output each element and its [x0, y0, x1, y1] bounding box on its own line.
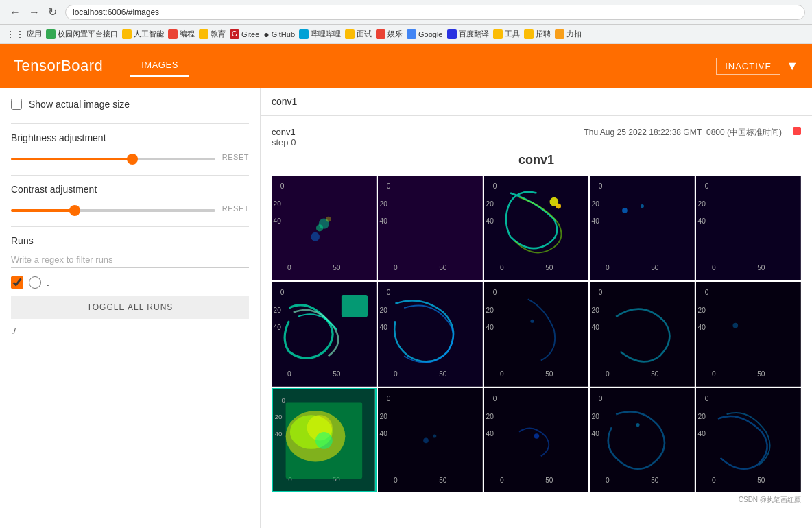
svg-text:0: 0 [500, 476, 504, 483]
conv-image-7: 0 20 40 0 50 [484, 282, 589, 387]
svg-text:40: 40 [698, 217, 706, 225]
image-timestamp: Thu Aug 25 2022 18:22:38 GMT+0800 (中国标准时… [584, 127, 782, 139]
bookmark-jobs[interactable]: 招聘 [524, 29, 551, 39]
grid-cell-6: 0 20 40 0 50 [378, 282, 483, 387]
conv-image-9: 0 20 40 0 50 [696, 282, 801, 387]
bookmark-github[interactable]: ● GitHub [263, 29, 295, 40]
contrast-slider[interactable] [11, 209, 215, 212]
svg-text:20: 20 [379, 412, 387, 420]
svg-text:0: 0 [599, 289, 603, 296]
header: TensorBoard IMAGES INACTIVE ▼ [0, 44, 812, 88]
svg-point-103 [636, 423, 640, 427]
run-checkbox[interactable] [11, 276, 23, 289]
actual-size-label[interactable]: Show actual image size [29, 99, 130, 110]
image-section: conv1 step 0 Thu Aug 25 2022 18:22:38 GM… [261, 116, 812, 516]
svg-text:20: 20 [486, 306, 494, 313]
conv-image-10: 0 20 40 0 50 [273, 389, 375, 492]
svg-text:0: 0 [387, 289, 391, 296]
chevron-down-icon[interactable]: ▼ [786, 59, 798, 73]
svg-text:0: 0 [606, 370, 610, 377]
svg-text:0: 0 [394, 476, 398, 483]
svg-text:20: 20 [379, 306, 387, 313]
grid-cell-3: 0 20 40 0 50 [590, 176, 695, 280]
bookmark-ai[interactable]: 人工智能 [122, 29, 164, 39]
nav-images[interactable]: IMAGES [130, 54, 189, 77]
svg-point-30 [623, 208, 628, 213]
image-run-header: conv1 step 0 Thu Aug 25 2022 18:22:38 GM… [272, 127, 801, 147]
svg-point-23 [556, 204, 561, 209]
grid-cell-0: 0 20 40 0 50 [272, 176, 377, 280]
grid-cell-7: 0 20 40 0 50 [484, 282, 589, 387]
orange-dot-icon [793, 127, 801, 135]
svg-text:0: 0 [492, 182, 497, 190]
status-badge: INACTIVE [716, 58, 780, 75]
brightness-section: Brightness adjustment RESET [11, 132, 249, 164]
svg-text:0: 0 [387, 395, 391, 403]
brightness-reset-button[interactable]: RESET [222, 150, 249, 164]
svg-text:50: 50 [652, 476, 660, 483]
svg-text:0: 0 [705, 289, 709, 296]
bookmark-apps[interactable]: ⋮⋮ 应用 [5, 29, 42, 40]
svg-text:0: 0 [387, 182, 391, 190]
svg-text:50: 50 [652, 264, 660, 272]
svg-text:20: 20 [698, 306, 706, 313]
svg-text:50: 50 [545, 264, 553, 272]
contrast-reset-button[interactable]: RESET [222, 202, 249, 215]
browser-url[interactable]: localhost:6006/#images [65, 5, 805, 20]
svg-text:20: 20 [698, 412, 706, 420]
svg-text:20: 20 [698, 200, 706, 208]
bookmark-gitee[interactable]: G Gitee [230, 29, 259, 39]
content-header: conv1 [261, 88, 812, 116]
bookmark-interview[interactable]: 面试 [345, 29, 372, 39]
app-logo: TensorBoard [14, 57, 103, 75]
svg-text:0: 0 [492, 395, 497, 403]
svg-point-8 [326, 217, 331, 222]
svg-text:20: 20 [274, 200, 282, 208]
svg-text:40: 40 [379, 217, 387, 225]
svg-text:50: 50 [439, 264, 447, 272]
bookmark-education[interactable]: 教育 [199, 29, 226, 39]
grid-cell-5: 0 20 40 0 50 [272, 282, 377, 387]
forward-button[interactable]: → [26, 4, 43, 20]
run-radio[interactable] [29, 276, 41, 289]
conv-image-5: 0 20 40 0 50 [272, 282, 377, 387]
svg-point-7 [316, 224, 323, 231]
toggle-all-runs-button[interactable]: TOGGLE ALL RUNS [11, 296, 249, 319]
svg-text:0: 0 [492, 289, 497, 296]
actual-size-checkbox[interactable] [11, 99, 22, 110]
svg-text:40: 40 [698, 430, 706, 437]
bookmark-entertainment[interactable]: 娱乐 [376, 29, 403, 39]
bookmark-translate[interactable]: 百度翻译 [447, 29, 489, 39]
svg-text:40: 40 [274, 430, 283, 437]
bookmark-campus[interactable]: 校园闲置平台接口 [46, 29, 118, 39]
svg-text:40: 40 [274, 324, 282, 331]
grid-cell-11: 0 20 40 0 50 [378, 388, 483, 493]
run-dot: . [47, 277, 49, 288]
svg-text:50: 50 [439, 370, 447, 377]
image-run-name: conv1 [272, 127, 296, 137]
bookmark-tools[interactable]: 工具 [493, 29, 520, 39]
header-right: INACTIVE ▼ [716, 58, 798, 75]
grid-cell-13: 0 20 40 0 50 [590, 388, 695, 493]
svg-text:40: 40 [274, 217, 282, 225]
bookmark-coding[interactable]: 编程 [168, 29, 195, 39]
bookmark-leetcode[interactable]: 力扣 [555, 29, 582, 39]
svg-text:20: 20 [486, 200, 494, 208]
conv-image-11: 0 20 40 0 50 [378, 388, 483, 493]
svg-text:40: 40 [486, 324, 494, 331]
runs-filter-input[interactable] [11, 252, 249, 268]
svg-text:50: 50 [545, 370, 553, 377]
contrast-section: Contrast adjustment RESET [11, 184, 249, 215]
bookmark-bilibili[interactable]: 哔哩哔哩 [299, 29, 341, 39]
back-button[interactable]: ← [7, 4, 23, 20]
svg-text:0: 0 [599, 395, 603, 403]
brightness-slider[interactable] [11, 158, 215, 160]
bookmark-google[interactable]: Google [407, 29, 442, 39]
svg-text:0: 0 [280, 289, 285, 296]
contrast-label: Contrast adjustment [11, 184, 249, 195]
svg-text:0: 0 [712, 264, 716, 272]
browser-bar: ← → ↻ localhost:6006/#images [0, 0, 812, 25]
svg-text:0: 0 [287, 370, 291, 377]
reload-button[interactable]: ↻ [45, 4, 60, 20]
svg-text:0: 0 [712, 476, 716, 483]
